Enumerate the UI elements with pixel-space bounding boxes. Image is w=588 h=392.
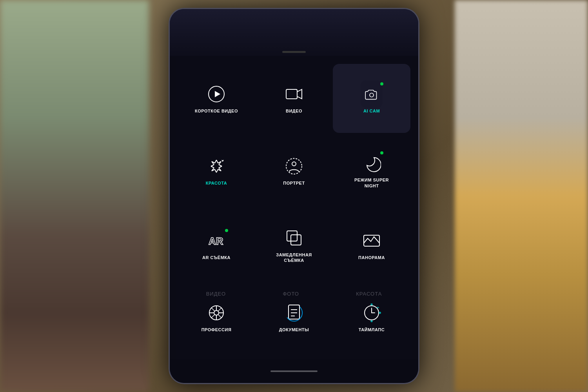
svg-rect-2 bbox=[286, 89, 297, 99]
svg-rect-28 bbox=[291, 235, 301, 245]
timelapse-icon bbox=[361, 302, 383, 324]
mode-timelapse[interactable]: ТАЙМЛАПС bbox=[333, 283, 410, 352]
scene: ВИДЕО ФОТО КРАСОТА КОРОТКОЕ ВИДЕО bbox=[0, 0, 588, 392]
panorama-icon bbox=[361, 230, 383, 252]
mode-pro[interactable]: ПРОФЕССИЯ bbox=[178, 283, 255, 352]
svg-point-31 bbox=[214, 310, 219, 315]
moon-icon bbox=[361, 152, 383, 174]
svg-text:AR: AR bbox=[209, 235, 223, 247]
mode-beauty[interactable]: КРАСОТА bbox=[178, 133, 255, 208]
portrait-icon bbox=[283, 155, 305, 177]
mode-ar-shot[interactable]: AR AR СЪЁМКА bbox=[178, 208, 255, 283]
mode-label-pro: ПРОФЕССИЯ bbox=[201, 327, 232, 332]
svg-point-25 bbox=[292, 162, 296, 166]
mode-slow-motion[interactable]: ЗАМЕДЛЕННАЯСЪЁМКА bbox=[255, 208, 333, 283]
notch-bar bbox=[282, 51, 306, 53]
play-icon bbox=[205, 83, 227, 105]
mode-label-slow-motion: ЗАМЕДЛЕННАЯСЪЁМКА bbox=[276, 252, 312, 263]
aperture-icon bbox=[205, 302, 227, 324]
mode-video[interactable]: ВИДЕО bbox=[255, 64, 333, 133]
home-indicator[interactable] bbox=[270, 370, 318, 372]
svg-line-39 bbox=[212, 314, 215, 318]
mode-label-beauty: КРАСОТА bbox=[206, 180, 227, 186]
svg-rect-27 bbox=[287, 231, 297, 241]
super-night-dot bbox=[380, 151, 383, 154]
svg-line-8 bbox=[219, 165, 222, 166]
mode-documents[interactable]: ДОКУМЕНТЫ bbox=[255, 283, 333, 352]
mode-label-timelapse: ТАЙМЛАПС bbox=[359, 327, 385, 332]
video-icon bbox=[283, 83, 305, 105]
camera-grid: ВИДЕО ФОТО КРАСОТА КОРОТКОЕ ВИДЕО bbox=[170, 56, 418, 359]
svg-point-48 bbox=[370, 320, 372, 322]
phone-top bbox=[170, 9, 418, 56]
svg-line-17 bbox=[211, 165, 214, 166]
mode-label-portrait: ПОРТРЕТ bbox=[283, 180, 305, 186]
mode-label-video: ВИДЕО bbox=[286, 108, 302, 114]
camera-icon bbox=[361, 83, 383, 105]
mode-label-ai-cam: AI CAM bbox=[363, 108, 380, 114]
svg-point-47 bbox=[379, 312, 381, 314]
background-left bbox=[0, 0, 149, 392]
sparkle-icon bbox=[205, 155, 227, 177]
svg-point-46 bbox=[370, 303, 372, 305]
svg-line-38 bbox=[218, 308, 221, 311]
svg-line-9 bbox=[219, 166, 222, 168]
svg-marker-3 bbox=[297, 89, 302, 99]
phone: ВИДЕО ФОТО КРАСОТА КОРОТКОЕ ВИДЕО bbox=[169, 8, 419, 384]
bottom-bar bbox=[170, 359, 418, 383]
mode-label-super-night: РЕЖИМ SUPERNIGHT bbox=[354, 177, 389, 189]
svg-point-4 bbox=[370, 93, 374, 97]
modes-grid: КОРОТКОЕ ВИДЕО ВИДЕО bbox=[170, 60, 418, 356]
mode-label-panorama: ПАНОРАМА bbox=[358, 255, 385, 260]
ar-icon: AR bbox=[205, 230, 227, 252]
svg-line-12 bbox=[216, 169, 218, 172]
layers-icon bbox=[283, 227, 305, 249]
ai-cam-active-dot bbox=[380, 82, 383, 85]
background-right bbox=[455, 0, 588, 392]
svg-marker-1 bbox=[215, 91, 220, 97]
svg-line-37 bbox=[218, 314, 221, 318]
svg-line-16 bbox=[211, 166, 214, 168]
document-icon bbox=[283, 302, 305, 324]
svg-line-36 bbox=[212, 308, 215, 311]
mode-label-documents: ДОКУМЕНТЫ bbox=[279, 327, 309, 332]
mode-label-ar-shot: AR СЪЁМКА bbox=[202, 255, 230, 260]
mode-panorama[interactable]: ПАНОРАМА bbox=[333, 208, 410, 283]
ar-dot bbox=[225, 229, 228, 232]
mode-portrait[interactable]: ПОРТРЕТ bbox=[255, 133, 333, 208]
mode-label-short-video: КОРОТКОЕ ВИДЕО bbox=[195, 108, 238, 114]
mode-ai-cam[interactable]: AI CAM bbox=[333, 64, 410, 133]
svg-line-5 bbox=[216, 160, 218, 163]
svg-point-44 bbox=[286, 304, 302, 321]
svg-line-13 bbox=[215, 169, 216, 172]
svg-line-20 bbox=[215, 160, 216, 163]
mode-super-night[interactable]: РЕЖИМ SUPERNIGHT bbox=[333, 133, 410, 208]
mode-short-video[interactable]: КОРОТКОЕ ВИДЕО bbox=[178, 64, 255, 133]
